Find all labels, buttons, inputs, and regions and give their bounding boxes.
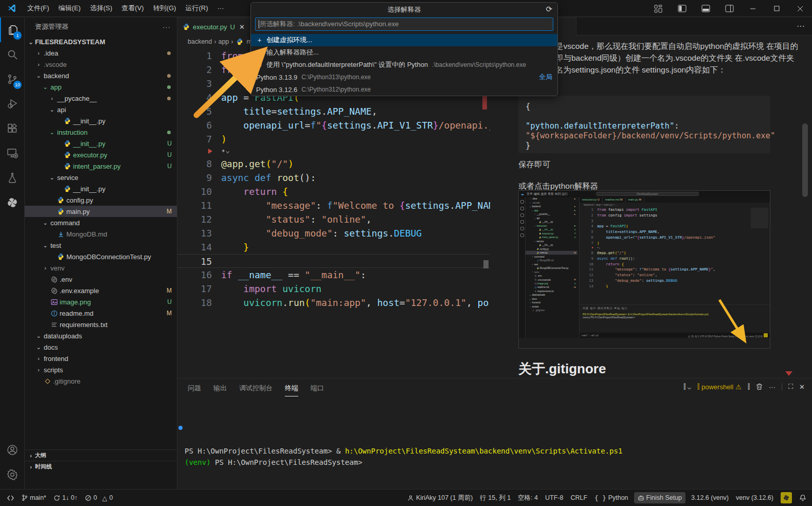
- tree-item-mongodbconnectiontest.py[interactable]: MongoDBConnectionTest.py: [526, 266, 578, 270]
- chevron-down-icon[interactable]: ⌄: [533, 217, 536, 219]
- panel-tab-终端[interactable]: 终端: [285, 384, 298, 396]
- chevron-right-icon[interactable]: ›: [41, 265, 49, 271]
- tree-item-executor.py[interactable]: executor.pyU: [526, 231, 578, 235]
- code-line-11[interactable]: 11 "message": f"Welcome to {settings.APP…: [580, 266, 765, 272]
- code-line-16[interactable]: 16if __name__ == "__main__":: [177, 268, 490, 282]
- chevron-right-icon[interactable]: ›: [533, 213, 536, 215]
- chevron-right-icon[interactable]: ›: [34, 61, 43, 67]
- testing-icon[interactable]: [0, 166, 25, 190]
- terminal-output[interactable]: PS H:\OwnProject\FilesReadSysteam> & h:\…: [185, 411, 622, 468]
- tree-item-backend[interactable]: ⌄backend: [25, 70, 177, 81]
- status-problems[interactable]: 0△0: [81, 492, 117, 503]
- status-cursor-position[interactable]: 行 15, 列 1: [476, 492, 514, 503]
- search-icon[interactable]: [0, 42, 25, 67]
- status-extension-badge[interactable]: [777, 492, 796, 503]
- refresh-icon[interactable]: ⟳: [546, 5, 552, 14]
- tree-item-image.png[interactable]: image.pngU: [25, 296, 177, 308]
- quickpick-item-4[interactable]: Python 3.12.6C:\Python312\python.exe: [251, 83, 557, 96]
- tree-item-instruction[interactable]: ⌄instruction: [526, 224, 578, 227]
- panel-tab-调试控制台[interactable]: 调试控制台: [239, 384, 273, 396]
- menu-s[interactable]: 选择(S): [85, 3, 117, 14]
- tree-item-__init__.py[interactable]: __init__.pyU: [526, 228, 578, 231]
- account-icon[interactable]: [0, 438, 25, 462]
- quickpick-item-3[interactable]: Python 3.13.9C:\Python313\python.exe全局: [251, 71, 557, 83]
- menu-e[interactable]: 编辑(E): [54, 3, 85, 14]
- tree-item-__init__.py[interactable]: __init__.py: [526, 243, 578, 247]
- chevron-down-icon[interactable]: ⌄: [529, 205, 531, 207]
- section-outline[interactable]: ›大纲: [25, 449, 177, 461]
- tree-item-readme.md[interactable]: readme.mdM: [25, 308, 177, 319]
- code-line-14[interactable]: 14 }: [580, 283, 765, 288]
- tree-item-instruction[interactable]: ⌄instruction: [25, 127, 177, 138]
- chevron-down-icon[interactable]: ⌄: [531, 263, 534, 265]
- code-line-1[interactable]: 1from fastapi import FastAPI: [580, 207, 765, 212]
- menu-more[interactable]: ···: [212, 3, 228, 14]
- code-line-12[interactable]: 12 "status": "online",: [177, 212, 490, 226]
- tree-item-mongodb.md[interactable]: MongoDB.md: [25, 228, 177, 240]
- status-python-version[interactable]: 3.12.6 (venv): [688, 492, 732, 503]
- status-remote-indicator[interactable]: [3, 492, 18, 503]
- breadcrumb-segment[interactable]: app: [218, 38, 229, 45]
- chevron-down-icon[interactable]: ⌄: [531, 209, 534, 211]
- tree-item-.idea[interactable]: ›.idea: [526, 197, 578, 201]
- tree-item-app[interactable]: ⌄app: [526, 208, 578, 212]
- sparkle-icon[interactable]: ✦⌄: [597, 246, 601, 249]
- quickpick-item-2[interactable]: ⚙使用 \"python.defaultInterpreterPath\" 设置…: [251, 59, 557, 71]
- code-line-10[interactable]: 10 return {: [177, 185, 490, 198]
- tree-item-api[interactable]: ⌄api: [526, 216, 578, 220]
- tree-item-venv[interactable]: ›venv: [526, 270, 578, 274]
- tree-item-.env[interactable]: .env: [526, 274, 578, 278]
- tree-item-main.py[interactable]: main.pyM: [25, 206, 177, 217]
- tree-item-image.png[interactable]: image.pngU: [526, 282, 578, 285]
- explorer-icon[interactable]: 1: [0, 17, 25, 42]
- chevron-down-icon[interactable]: ⌄: [34, 73, 43, 79]
- tree-item-app[interactable]: ⌄app: [25, 81, 177, 93]
- tree-item-docs[interactable]: ⌄docs: [526, 297, 578, 300]
- close-panel-icon[interactable]: ✕: [799, 383, 805, 391]
- tree-item-service[interactable]: ⌄service: [526, 239, 578, 243]
- chevron-down-icon[interactable]: ⌄: [34, 333, 43, 339]
- tree-item-data-uploads[interactable]: ⌄data\uploads: [526, 293, 578, 297]
- terminal-shell-label[interactable]: ⫿ powershell ⚠: [697, 383, 742, 391]
- tree-item-__init__.py[interactable]: __init__.py: [25, 183, 177, 194]
- menu-r[interactable]: 运行(R): [181, 3, 212, 14]
- tree-item-test[interactable]: ⌄test: [25, 240, 177, 251]
- tree-item-mongodb.md[interactable]: MongoDB.md: [526, 259, 578, 262]
- chevron-down-icon[interactable]: ⌄: [531, 256, 534, 258]
- panel-tab-问题[interactable]: 问题: [188, 384, 201, 396]
- chevron-down-icon[interactable]: ⌄: [34, 344, 43, 351]
- panel-tab-端口[interactable]: 端口: [311, 384, 324, 396]
- inline-suggestion-widget[interactable]: ✦⌄: [177, 146, 490, 157]
- code-line-8[interactable]: 8@app.get("/"): [580, 250, 765, 256]
- code-line-13[interactable]: 13 "debug_mode": settings.DEBUG: [580, 278, 765, 283]
- breadcrumb-segment[interactable]: backend: [188, 38, 212, 45]
- code-line-6[interactable]: 6 openapi_url=f"{settings.API_V1_STR}/op…: [177, 118, 490, 132]
- maximize-button[interactable]: [765, 0, 788, 17]
- chevron-right-icon[interactable]: ›: [529, 302, 531, 304]
- chevron-down-icon[interactable]: ⌄: [529, 298, 531, 300]
- tree-item-__pycache__[interactable]: ›__pycache__: [25, 93, 177, 104]
- tab-close-icon[interactable]: ✕: [239, 23, 245, 31]
- tree-item-backend[interactable]: ⌄backend: [526, 205, 578, 208]
- section-timeline[interactable]: ›时间线: [25, 461, 177, 472]
- chevron-right-icon[interactable]: ›: [34, 367, 43, 373]
- code-line-17[interactable]: 17 import uvicorn: [177, 282, 490, 296]
- tree-item-command[interactable]: ⌄command: [526, 255, 578, 258]
- status-venv-indicator[interactable]: venv (3.12.6): [732, 492, 777, 503]
- tree-item-config.py[interactable]: config.py: [25, 194, 177, 206]
- interpreter-search-input[interactable]: 所选解释器: .\backend\venv\Scripts\python.exe: [255, 17, 553, 31]
- tree-item-scripts[interactable]: ›scripts: [25, 364, 177, 375]
- tree-item-docs[interactable]: ⌄docs: [25, 341, 177, 353]
- remote-explorer-icon[interactable]: [0, 141, 25, 166]
- tree-item-requirements.txt[interactable]: requirements.txt: [25, 319, 177, 330]
- close-button[interactable]: [788, 0, 812, 17]
- code-line-10[interactable]: 10 return {: [580, 261, 765, 267]
- chevron-down-icon[interactable]: ⌄: [48, 129, 56, 136]
- editor-scrollbar[interactable]: [483, 260, 489, 268]
- menu-v[interactable]: 查看(V): [117, 3, 148, 14]
- split-terminal-icon[interactable]: ⫿: [748, 383, 750, 391]
- run-debug-icon[interactable]: [0, 92, 25, 116]
- maximize-panel-icon[interactable]: ⛶: [788, 383, 793, 391]
- code-line-11[interactable]: 11 "message": f"Welcome to {settings.APP…: [177, 198, 490, 212]
- code-line-13[interactable]: 13 "debug_mode": settings.DEBUG: [177, 226, 490, 240]
